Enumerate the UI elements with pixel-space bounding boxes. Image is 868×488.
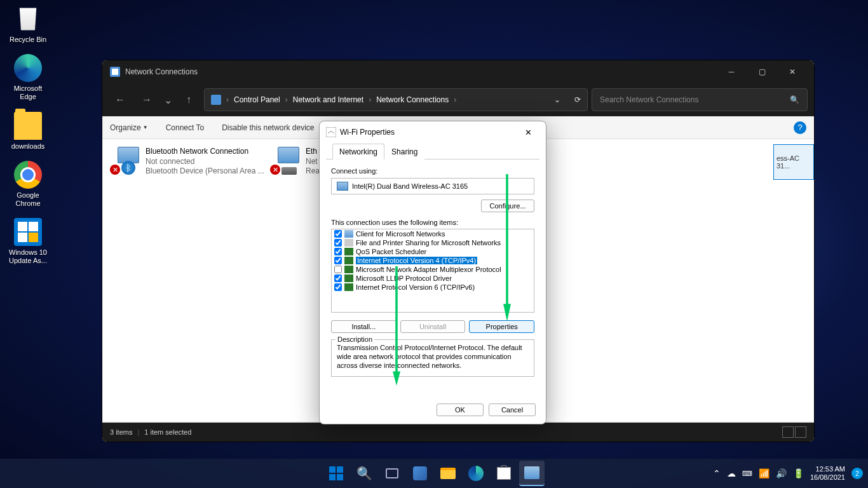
desktop-icon-downloads[interactable]: downloads xyxy=(5,112,51,151)
wifi-icon xyxy=(326,127,336,137)
install-button[interactable]: Install... xyxy=(331,320,397,333)
maximize-button[interactable]: ▢ xyxy=(748,62,776,81)
protocol-checkbox[interactable] xyxy=(334,230,342,238)
status-selected-count: 1 item selected xyxy=(144,428,191,436)
protocol-item-0[interactable]: Client for Microsoft Networks xyxy=(332,229,534,238)
protocol-item-4[interactable]: Microsoft Network Adapter Multiplexor Pr… xyxy=(332,265,534,274)
protocol-icon xyxy=(344,248,353,255)
status-item-count: 3 items xyxy=(110,428,132,436)
protocol-checkbox[interactable] xyxy=(334,274,342,282)
cancel-button[interactable]: Cancel xyxy=(489,403,536,416)
protocol-checkbox[interactable] xyxy=(334,257,342,264)
protocol-icon xyxy=(344,274,353,282)
protocol-label: File and Printer Sharing for Microsoft N… xyxy=(356,239,501,247)
items-list-label: This connection uses the following items… xyxy=(331,219,534,226)
protocol-item-6[interactable]: Internet Protocol Version 6 (TCP/IPv6) xyxy=(332,283,534,292)
taskbar-control-panel[interactable] xyxy=(519,461,545,486)
search-icon: 🔍 xyxy=(790,95,799,104)
connection-items-list[interactable]: Client for Microsoft NetworksFile and Pr… xyxy=(331,229,534,313)
protocol-label: Client for Microsoft Networks xyxy=(356,230,445,238)
connection-bluetooth[interactable]: ✕ᛒ Bluetooth Network Connection Not conn… xyxy=(107,144,265,416)
connection-ethernet[interactable]: ✕ Eth Net Rea xyxy=(268,144,323,416)
protocol-item-3[interactable]: Internet Protocol Version 4 (TCP/IPv4) xyxy=(332,256,534,265)
wifi-properties-dialog: Wi-Fi Properties ✕ Networking Sharing Co… xyxy=(319,121,546,424)
protocol-icon xyxy=(344,283,353,291)
protocol-item-5[interactable]: Microsoft LLDP Protocol Driver xyxy=(332,274,534,283)
description-label: Description xyxy=(336,336,374,343)
close-button[interactable]: ✕ xyxy=(778,62,806,81)
protocol-label: Microsoft LLDP Protocol Driver xyxy=(356,274,452,282)
taskbar-search-button[interactable]: 🔍 xyxy=(351,461,377,486)
protocol-icon xyxy=(344,266,353,273)
network-adapter-icon xyxy=(337,182,348,191)
dialog-title: Wi-Fi Properties xyxy=(340,128,395,137)
help-button[interactable]: ? xyxy=(794,121,806,134)
taskbar-edge[interactable] xyxy=(463,461,489,486)
tray-overflow-icon[interactable]: ⌃ xyxy=(713,468,721,478)
nav-up-button[interactable]: ↑ xyxy=(177,88,200,111)
tab-sharing[interactable]: Sharing xyxy=(384,144,424,159)
ok-button[interactable]: OK xyxy=(437,403,484,416)
protocol-label: Internet Protocol Version 6 (TCP/IPv6) xyxy=(356,283,475,291)
connection-wifi-selected[interactable]: ess-AC 31... xyxy=(773,144,814,180)
widgets-button[interactable] xyxy=(407,461,433,486)
start-button[interactable] xyxy=(323,461,349,486)
protocol-label: Microsoft Network Adapter Multiplexor Pr… xyxy=(356,266,501,273)
nav-recent-dropdown[interactable]: ⌄ xyxy=(162,88,173,111)
wifi-tray-icon[interactable]: 📶 xyxy=(759,468,770,478)
disable-device-button[interactable]: Disable this network device xyxy=(222,123,314,132)
window-title: Network Connections xyxy=(125,67,198,76)
connect-using-label: Connect using: xyxy=(331,167,534,175)
location-icon xyxy=(211,95,221,105)
taskbar-store[interactable] xyxy=(491,461,517,486)
protocol-item-1[interactable]: File and Printer Sharing for Microsoft N… xyxy=(332,238,534,247)
protocol-checkbox[interactable] xyxy=(334,239,342,247)
desktop-icon-recycle-bin[interactable]: Recycle Bin xyxy=(5,5,51,44)
adapter-selector[interactable]: Intel(R) Dual Band Wireless-AC 3165 xyxy=(331,178,534,194)
protocol-checkbox[interactable] xyxy=(334,248,342,255)
protocol-checkbox[interactable] xyxy=(334,266,342,273)
svg-rect-3 xyxy=(326,127,336,137)
protocol-item-2[interactable]: QoS Packet Scheduler xyxy=(332,247,534,256)
tab-networking[interactable]: Networking xyxy=(332,144,384,159)
connect-to-button[interactable]: Connect To xyxy=(166,123,205,132)
desktop-icon-edge[interactable]: Microsoft Edge xyxy=(5,54,51,101)
notification-badge[interactable]: 2 xyxy=(851,468,863,479)
desktop-icon-update-assist[interactable]: Windows 10 Update As... xyxy=(5,218,51,265)
configure-button[interactable]: Configure... xyxy=(481,200,534,212)
taskbar-explorer[interactable] xyxy=(435,461,461,486)
details-view-icon[interactable] xyxy=(782,426,794,438)
svg-rect-1 xyxy=(112,69,118,75)
organize-menu[interactable]: Organize ▼ xyxy=(110,123,148,132)
task-view-button[interactable] xyxy=(379,461,405,486)
nav-back-button[interactable]: ← xyxy=(109,88,132,111)
svg-rect-2 xyxy=(211,95,221,105)
description-text: Transmission Control Protocol/Internet P… xyxy=(337,344,529,370)
large-view-icon[interactable] xyxy=(795,426,806,438)
protocol-icon xyxy=(344,230,353,238)
protocol-icon xyxy=(344,257,353,264)
battery-icon[interactable]: 🔋 xyxy=(793,468,804,478)
taskbar: 🔍 ⌃ ☁ ⌨ 📶 🔊 🔋 12:53 AM 16/08/2021 2 xyxy=(0,459,868,488)
minimize-button[interactable]: ─ xyxy=(717,62,745,81)
protocol-checkbox[interactable] xyxy=(334,283,342,291)
properties-button[interactable]: Properties xyxy=(469,320,534,333)
volume-icon[interactable]: 🔊 xyxy=(776,468,787,478)
ethernet-connection-icon: ✕ xyxy=(270,147,301,175)
address-bar[interactable]: › Control Panel › Network and Internet ›… xyxy=(204,88,588,111)
protocol-label: Internet Protocol Version 4 (TCP/IPv4) xyxy=(356,257,477,264)
taskbar-clock[interactable]: 12:53 AM 16/08/2021 xyxy=(810,465,845,482)
keyboard-layout-icon[interactable]: ⌨ xyxy=(742,470,752,478)
uninstall-button[interactable]: Uninstall xyxy=(400,320,466,333)
protocol-label: QoS Packet Scheduler xyxy=(356,248,426,255)
dialog-close-button[interactable]: ✕ xyxy=(517,123,539,141)
desktop-icon-chrome[interactable]: Google Chrome xyxy=(5,161,51,208)
protocol-icon xyxy=(344,239,353,247)
control-panel-icon xyxy=(110,67,120,77)
nav-forward-button[interactable]: → xyxy=(135,88,158,111)
bluetooth-connection-icon: ✕ᛒ xyxy=(110,147,140,175)
search-input[interactable]: Search Network Connections 🔍 xyxy=(592,88,808,111)
onedrive-icon[interactable]: ☁ xyxy=(727,468,736,478)
